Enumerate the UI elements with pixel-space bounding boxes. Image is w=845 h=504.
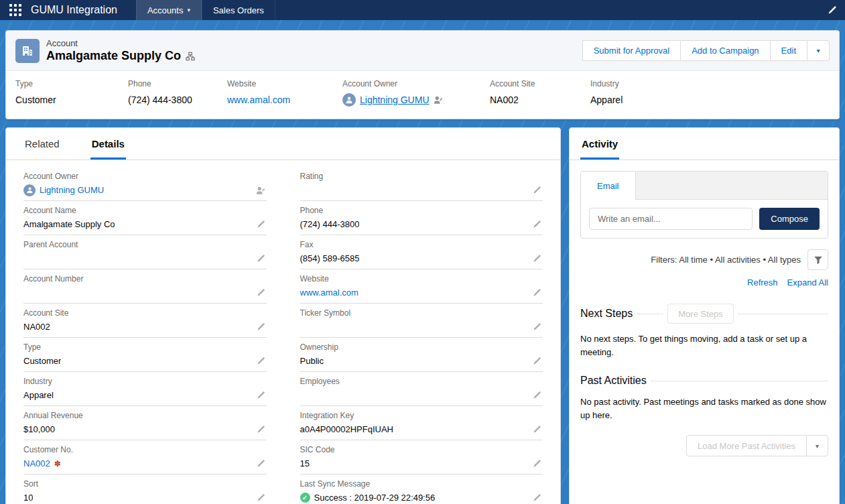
detail-field: Industry ✓ Apparel ✽ xyxy=(23,372,267,406)
edit-field-icon[interactable] xyxy=(256,254,265,263)
avatar xyxy=(342,93,356,107)
field-label: Customer No. xyxy=(23,445,267,454)
record-detail-card: Related Details Account Owner xyxy=(5,127,561,504)
dotted-divider xyxy=(738,314,828,314)
edit-field-icon[interactable] xyxy=(256,425,265,434)
tab-activity[interactable]: Activity xyxy=(580,128,619,160)
main-content: Related Details Account Owner xyxy=(5,127,840,504)
field-label: Ticker Symbol xyxy=(300,308,543,318)
entity-label: Account xyxy=(46,38,195,48)
past-activities-empty-text: No past activity. Past meetings and task… xyxy=(580,395,828,422)
nav-tab[interactable]: Sales Orders ▾ xyxy=(202,0,275,20)
field-value: NA002 xyxy=(23,322,50,332)
highlight-field: Account Site NA002 xyxy=(490,79,590,107)
hierarchy-icon[interactable] xyxy=(186,52,195,61)
edit-field-icon[interactable] xyxy=(532,493,541,503)
edit-field-icon[interactable] xyxy=(532,220,541,229)
nav-tab[interactable]: Accounts ▾ xyxy=(136,0,202,20)
edit-field-icon[interactable] xyxy=(532,254,541,263)
field-label: Account Site xyxy=(490,79,582,88)
field-value[interactable]: NA002 xyxy=(23,458,50,468)
detail-field: Phone ✓ (724) 444-3800 ✽ xyxy=(300,201,543,235)
dotted-divider xyxy=(637,314,663,314)
expand-all-link[interactable]: Expand All xyxy=(787,277,828,288)
field-value[interactable]: www.amal.com xyxy=(300,288,359,298)
edit-field-icon[interactable] xyxy=(532,186,541,195)
field-label: Phone xyxy=(300,206,543,215)
field-value[interactable]: Lightning GUMU xyxy=(360,94,430,105)
field-value: Apparel xyxy=(590,94,623,105)
edit-field-icon[interactable] xyxy=(256,493,265,503)
customer-no-icon: ✽ xyxy=(54,459,61,468)
field-value: (724) 444-3800 xyxy=(300,219,360,229)
detail-field: Type ✓ Customer ✽ xyxy=(23,338,267,372)
more-steps-button[interactable]: More Steps xyxy=(667,304,733,324)
tab-email[interactable]: Email xyxy=(581,172,636,200)
chevron-down-icon: ▾ xyxy=(187,7,190,13)
record-name: Amalgamate Supply Co xyxy=(46,49,181,63)
detail-field: Ownership ✓ Public ✽ xyxy=(300,338,543,372)
field-value: Public xyxy=(300,356,324,366)
app-name: GUMU Integration xyxy=(31,4,117,16)
load-more-dropdown-button[interactable]: ▾ xyxy=(806,435,828,456)
field-value[interactable]: Lightning GUMU xyxy=(40,185,104,195)
edit-field-icon[interactable] xyxy=(256,459,265,468)
field-value[interactable]: www.amal.com xyxy=(227,94,290,105)
edit-field-icon[interactable] xyxy=(532,391,541,400)
email-input[interactable] xyxy=(589,208,753,230)
field-label: Industry xyxy=(23,377,267,386)
more-actions-button[interactable]: ▾ xyxy=(807,40,830,61)
edit-field-icon[interactable] xyxy=(256,322,265,332)
edit-field-icon[interactable] xyxy=(256,357,265,366)
edit-field-icon[interactable] xyxy=(532,459,541,468)
field-label: Rating xyxy=(300,172,543,181)
detail-field: Sort ✓ 10 ✽ xyxy=(23,475,267,504)
highlight-field: Phone (724) 444-3800 xyxy=(128,79,227,107)
edit-field-icon[interactable] xyxy=(532,288,541,298)
field-label: Website xyxy=(300,274,543,284)
edit-field-icon[interactable] xyxy=(256,391,265,400)
edit-page-icon[interactable] xyxy=(827,5,837,15)
chevron-down-icon: ▾ xyxy=(816,442,819,450)
field-label: Account Owner xyxy=(342,79,482,88)
detail-field: Rating ✓ ✽ xyxy=(300,167,543,201)
detail-tab[interactable]: Related xyxy=(23,128,61,160)
field-value: $10,000 xyxy=(23,424,55,434)
field-grid: Account Owner ✓ Lightning GUMU ✽ xyxy=(6,160,560,504)
compose-button[interactable]: Compose xyxy=(759,208,820,230)
edit-field-icon[interactable] xyxy=(256,220,265,229)
detail-field: Employees ✓ ✽ xyxy=(300,372,543,406)
header-action-button[interactable]: Submit for Approval xyxy=(582,40,681,61)
detail-field: Account Number ✓ ✽ xyxy=(23,269,267,304)
load-more-button[interactable]: Load More Past Activities xyxy=(686,435,807,456)
filter-button[interactable] xyxy=(807,249,828,270)
chevron-down-icon: ▾ xyxy=(816,47,820,54)
highlight-field: Account Owner Lightning GUMU xyxy=(342,79,490,107)
page-title: Amalgamate Supply Co xyxy=(46,49,195,63)
refresh-link[interactable]: Refresh xyxy=(747,277,778,288)
edit-field-icon[interactable] xyxy=(532,322,541,332)
edit-field-icon[interactable] xyxy=(532,357,541,366)
change-owner-icon[interactable] xyxy=(434,95,443,105)
edit-field-icon[interactable] xyxy=(256,288,265,298)
change-owner-icon[interactable] xyxy=(256,186,265,195)
header-action-button[interactable]: Edit xyxy=(770,40,807,61)
avatar xyxy=(23,184,36,196)
nav-tab-label: Sales Orders xyxy=(213,5,264,15)
global-nav: GUMU Integration Accounts ▾ Sales Orders… xyxy=(0,0,845,20)
field-column-right: Rating ✓ ✽ xyxy=(300,167,543,504)
field-value: 15 xyxy=(300,458,310,468)
field-label: Type xyxy=(23,342,267,352)
field-label: Account Owner xyxy=(23,172,267,181)
detail-tab[interactable]: Details xyxy=(90,128,126,160)
app-launcher-icon[interactable] xyxy=(9,4,21,16)
detail-tabs: Related Details xyxy=(6,128,560,160)
detail-field: Customer No. ✓ NA002 ✽ xyxy=(23,440,267,475)
header-action-button[interactable]: Add to Campaign xyxy=(680,40,770,61)
edit-field-icon[interactable] xyxy=(532,425,541,434)
detail-field: Account Site ✓ NA002 ✽ xyxy=(23,304,267,338)
field-label: Website xyxy=(227,79,334,88)
field-label: Fax xyxy=(300,240,543,249)
field-label: Phone xyxy=(128,79,219,88)
nav-tab-label: Accounts xyxy=(147,5,183,15)
